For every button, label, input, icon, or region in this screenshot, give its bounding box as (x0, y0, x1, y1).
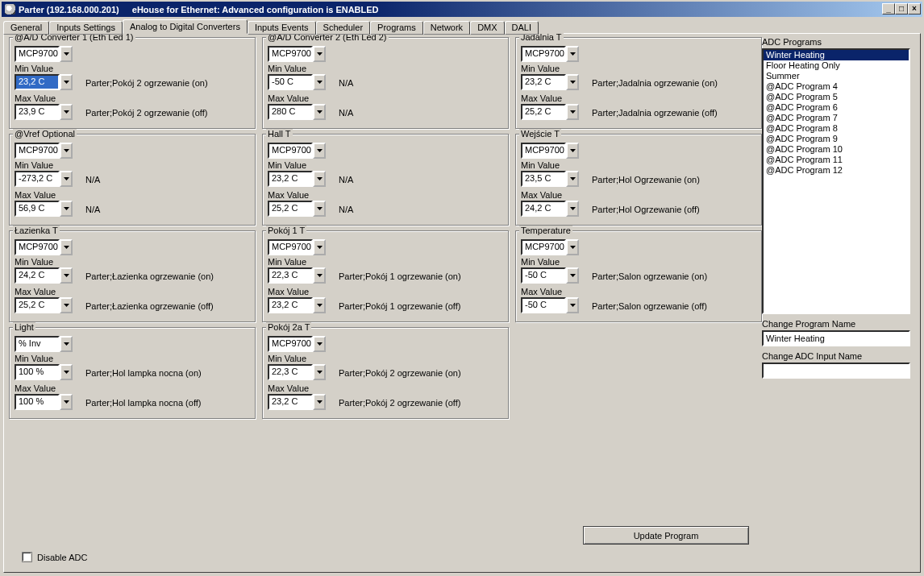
chevron-down-icon[interactable] (60, 336, 73, 352)
converter-group: Jadalnia TMCP9700Min Value23,2 CParter;J… (515, 37, 762, 129)
min-value-select[interactable]: -50 C (521, 267, 579, 284)
chevron-down-icon[interactable] (566, 143, 579, 159)
chevron-down-icon[interactable] (313, 336, 326, 352)
maximize-button[interactable]: □ (895, 3, 908, 15)
chevron-down-icon[interactable] (566, 297, 579, 313)
disable-adc-checkbox[interactable]: Disable ADC (22, 552, 87, 562)
program-name-input[interactable] (762, 330, 910, 346)
close-button[interactable]: × (908, 3, 921, 15)
list-item[interactable]: @ADC Program 4 (764, 81, 909, 92)
chevron-down-icon[interactable] (566, 201, 579, 217)
min-value-select[interactable]: 23,5 C (521, 171, 579, 187)
chevron-down-icon[interactable] (60, 239, 73, 255)
max-event-label: N/A (85, 205, 100, 214)
max-value-select[interactable]: -50 C (521, 297, 579, 313)
max-value-select[interactable]: 25,2 C (15, 297, 73, 313)
chevron-down-icon[interactable] (313, 297, 326, 313)
chevron-down-icon[interactable] (313, 46, 326, 62)
min-event-label: N/A (85, 175, 100, 184)
chevron-down-icon[interactable] (60, 394, 73, 410)
tab-dali[interactable]: DALI (505, 21, 539, 35)
min-value-select[interactable]: -50 C (268, 74, 326, 90)
list-item[interactable]: @ADC Program 11 (764, 155, 909, 165)
max-value-select[interactable]: 23,2 C (268, 297, 326, 313)
tab-dmx[interactable]: DMX (470, 21, 504, 35)
list-item[interactable]: Summer (764, 71, 909, 81)
adc-input-name-input[interactable] (762, 363, 910, 379)
list-item[interactable]: @ADC Program 10 (764, 144, 909, 155)
tab-scheduler[interactable]: Scheduler (316, 21, 371, 35)
max-value-select[interactable]: 23,9 C (15, 104, 73, 120)
min-value-select[interactable]: 23,2 C (15, 74, 73, 90)
list-item[interactable]: Floor Heating Only (764, 60, 909, 71)
tab-analog-to-digital-converters[interactable]: Analog to Digital Converters (123, 19, 248, 34)
tab-general[interactable]: General (3, 21, 49, 35)
chevron-down-icon[interactable] (60, 201, 73, 217)
min-value-select[interactable]: 24,2 C (15, 267, 73, 284)
update-program-button[interactable]: Update Program (583, 526, 749, 545)
list-item[interactable]: @ADC Program 8 (764, 123, 909, 134)
min-value-select[interactable]: 22,3 C (268, 364, 326, 380)
chevron-down-icon[interactable] (313, 201, 326, 217)
max-value-select[interactable]: 25,2 C (268, 201, 326, 217)
chevron-down-icon[interactable] (60, 171, 73, 187)
sensor-select[interactable]: MCP9700 (15, 143, 73, 159)
adc-programs-listbox[interactable]: Winter HeatingFloor Heating OnlySummer@A… (762, 48, 910, 314)
max-value-select[interactable]: 23,2 C (268, 394, 326, 410)
minimize-button[interactable]: _ (882, 3, 895, 15)
chevron-down-icon[interactable] (313, 74, 326, 90)
chevron-down-icon[interactable] (313, 171, 326, 187)
max-value-select[interactable]: 25,2 C (521, 104, 579, 120)
sensor-select[interactable]: MCP9700 (268, 336, 326, 352)
tab-inputs-settings[interactable]: Inputs Settings (49, 21, 123, 35)
tab-programs[interactable]: Programs (370, 21, 423, 35)
chevron-down-icon[interactable] (566, 267, 579, 284)
sensor-select[interactable]: MCP9700 (521, 239, 579, 255)
chevron-down-icon[interactable] (313, 364, 326, 380)
list-item[interactable]: Winter Heating (764, 50, 909, 60)
sensor-select[interactable]: MCP9700 (15, 239, 73, 255)
max-value-select[interactable]: 24,2 C (521, 201, 579, 217)
min-value-select[interactable]: 22,3 C (268, 267, 326, 284)
chevron-down-icon[interactable] (60, 143, 73, 159)
chevron-down-icon[interactable] (313, 104, 326, 120)
sensor-select[interactable]: MCP9700 (521, 143, 579, 159)
sensor-select[interactable]: MCP9700 (268, 239, 326, 255)
sensor-select[interactable]: % Inv (15, 336, 73, 352)
list-item[interactable]: @ADC Program 12 (764, 165, 909, 176)
min-value-select[interactable]: 23,2 C (521, 74, 579, 90)
list-item[interactable]: @ADC Program 5 (764, 92, 909, 102)
chevron-down-icon[interactable] (566, 46, 579, 62)
list-item[interactable]: @ADC Program 9 (764, 134, 909, 144)
checkbox-box[interactable] (22, 552, 32, 562)
chevron-down-icon[interactable] (313, 143, 326, 159)
tab-inputs-events[interactable]: Inputs Events (248, 21, 316, 35)
chevron-down-icon[interactable] (566, 74, 579, 90)
max-value-select[interactable]: 100 % (15, 394, 73, 410)
sensor-select[interactable]: MCP9700 (268, 46, 326, 62)
chevron-down-icon[interactable] (60, 364, 73, 380)
chevron-down-icon[interactable] (60, 74, 73, 90)
chevron-down-icon[interactable] (60, 46, 73, 62)
chevron-down-icon[interactable] (566, 239, 579, 255)
list-item[interactable]: @ADC Program 7 (764, 113, 909, 123)
chevron-down-icon[interactable] (313, 239, 326, 255)
chevron-down-icon[interactable] (313, 267, 326, 284)
chevron-down-icon[interactable] (566, 171, 579, 187)
min-value-select[interactable]: 100 % (15, 364, 73, 380)
max-value-select[interactable]: 280 C (268, 104, 326, 120)
chevron-down-icon[interactable] (566, 104, 579, 120)
max-value: 25,2 C (268, 201, 313, 217)
sensor-select[interactable]: MCP9700 (268, 143, 326, 159)
chevron-down-icon[interactable] (60, 267, 73, 284)
chevron-down-icon[interactable] (60, 104, 73, 120)
max-value-select[interactable]: 56,9 C (15, 201, 73, 217)
min-value-select[interactable]: -273,2 C (15, 171, 73, 187)
list-item[interactable]: @ADC Program 6 (764, 102, 909, 113)
tab-network[interactable]: Network (423, 21, 470, 35)
chevron-down-icon[interactable] (313, 394, 326, 410)
sensor-select[interactable]: MCP9700 (15, 46, 73, 62)
min-value-select[interactable]: 23,2 C (268, 171, 326, 187)
sensor-select[interactable]: MCP9700 (521, 46, 579, 62)
chevron-down-icon[interactable] (60, 297, 73, 313)
